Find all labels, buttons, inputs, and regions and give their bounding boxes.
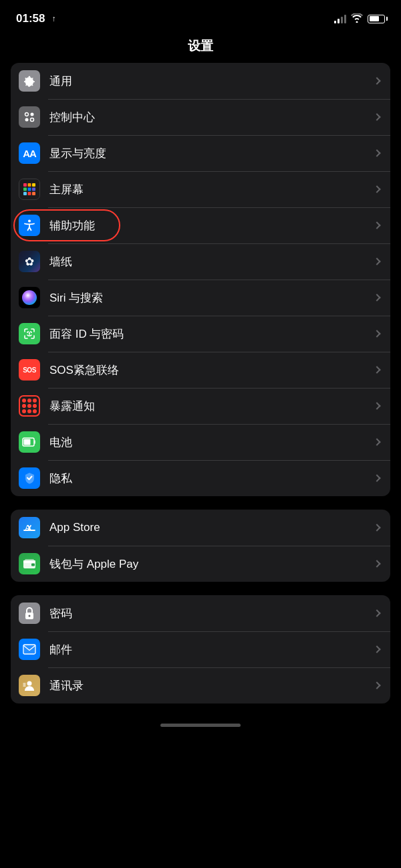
settings-row-general[interactable]: 通用 [11,63,390,99]
appstore-label: App Store [49,521,370,534]
passwords-chevron [373,609,380,617]
settings-row-wallpaper[interactable]: ✿ 墙纸 [11,243,390,280]
svg-rect-9 [32,183,35,187]
svg-rect-19 [24,439,31,445]
settings-row-contacts[interactable]: 通讯录 [11,667,390,703]
svg-point-6 [31,118,34,122]
settings-group-1: 通用 控制中心 AA 显示与亮度 [11,63,390,496]
wallet-label: 钱包与 Apple Pay [49,556,370,572]
siri-label: Siri 与搜索 [49,290,370,306]
settings-row-wallet[interactable]: 钱包与 Apple Pay [11,546,390,582]
faceid-icon [19,323,40,344]
faceid-label: 面容 ID 与密码 [49,326,370,342]
contacts-chevron [373,681,380,689]
settings-group-3: 密码 邮件 通讯录 [11,595,390,703]
battery-setting-icon [19,431,40,453]
exposure-icon [19,395,40,417]
signal-icon [334,14,346,23]
sos-chevron [373,366,380,373]
page-title: 设置 [0,33,401,63]
mail-icon [19,639,40,660]
svg-rect-15 [32,192,35,195]
contacts-label: 通讯录 [49,678,370,693]
wallpaper-label: 墙纸 [49,254,370,269]
privacy-icon [19,467,40,489]
svg-point-5 [25,118,29,122]
settings-row-accessibility[interactable]: 辅助功能 [11,207,390,243]
wallpaper-chevron [373,257,380,265]
svg-rect-14 [28,192,31,195]
control-center-chevron [373,113,380,120]
accessibility-chevron [373,221,380,229]
status-time: 01:58 ↑ [16,12,55,25]
settings-row-home-screen[interactable]: 主屏幕 [11,171,390,207]
exposure-label: 暴露通知 [49,399,370,414]
contacts-icon [19,675,40,696]
general-chevron [373,77,380,84]
sos-label: SOS紧急联络 [49,362,370,378]
svg-point-26 [29,615,31,617]
display-label: 显示与亮度 [49,146,370,161]
settings-row-control-center[interactable]: 控制中心 [11,99,390,135]
siri-icon [19,287,40,308]
wallet-icon [19,553,40,574]
appstore-chevron [373,524,380,531]
accessibility-label: 辅助功能 [49,218,370,233]
svg-rect-23 [31,564,35,566]
home-screen-chevron [373,185,380,193]
display-icon: AA [19,142,40,164]
general-label: 通用 [49,74,370,89]
mail-label: 邮件 [49,642,370,657]
control-center-icon [19,106,40,128]
settings-group-2: A App Store 钱包与 Apple Pay [11,510,390,582]
settings-row-passwords[interactable]: 密码 [11,595,390,631]
svg-point-3 [25,113,29,116]
sos-icon: SOS [19,359,40,381]
home-indicator [0,717,401,732]
svg-rect-24 [25,559,34,561]
general-icon [19,70,40,92]
svg-point-2 [29,80,31,82]
svg-point-16 [28,220,31,223]
svg-rect-12 [32,188,35,191]
passwords-icon [19,603,40,624]
svg-rect-8 [28,183,31,187]
home-screen-icon [19,179,40,200]
svg-point-29 [27,681,32,686]
home-bar [160,724,241,727]
settings-row-mail[interactable]: 邮件 [11,631,390,667]
svg-rect-10 [23,188,27,191]
mail-chevron [373,645,380,653]
svg-rect-7 [23,183,27,187]
settings-row-privacy[interactable]: 隐私 [11,460,390,496]
wifi-icon [351,13,363,25]
accessibility-icon [19,215,40,236]
time-display: 01:58 [16,12,45,25]
svg-rect-13 [23,192,27,195]
status-bar: 01:58 ↑ [0,0,401,33]
battery-icon [368,15,385,23]
wallet-chevron [373,560,380,567]
settings-row-battery[interactable]: 电池 [11,424,390,460]
faceid-chevron [373,330,380,337]
home-screen-label: 主屏幕 [49,182,370,197]
exposure-chevron [373,402,380,409]
wallpaper-icon: ✿ [19,251,40,272]
location-icon: ↑ [51,14,55,23]
svg-point-4 [31,113,34,116]
svg-rect-27 [23,645,35,654]
appstore-icon: A [19,517,40,538]
settings-row-siri[interactable]: Siri 与搜索 [11,280,390,316]
status-indicators [334,13,385,25]
settings-row-exposure[interactable]: 暴露通知 [11,388,390,424]
passwords-label: 密码 [49,606,370,621]
svg-rect-11 [28,188,31,191]
privacy-chevron [373,474,380,481]
display-chevron [373,149,380,156]
settings-row-sos[interactable]: SOS SOS紧急联络 [11,352,390,388]
control-center-label: 控制中心 [49,110,370,125]
privacy-label: 隐私 [49,471,370,486]
settings-row-appstore[interactable]: A App Store [11,510,390,546]
settings-row-faceid[interactable]: 面容 ID 与密码 [11,316,390,352]
settings-row-display[interactable]: AA 显示与亮度 [11,135,390,171]
